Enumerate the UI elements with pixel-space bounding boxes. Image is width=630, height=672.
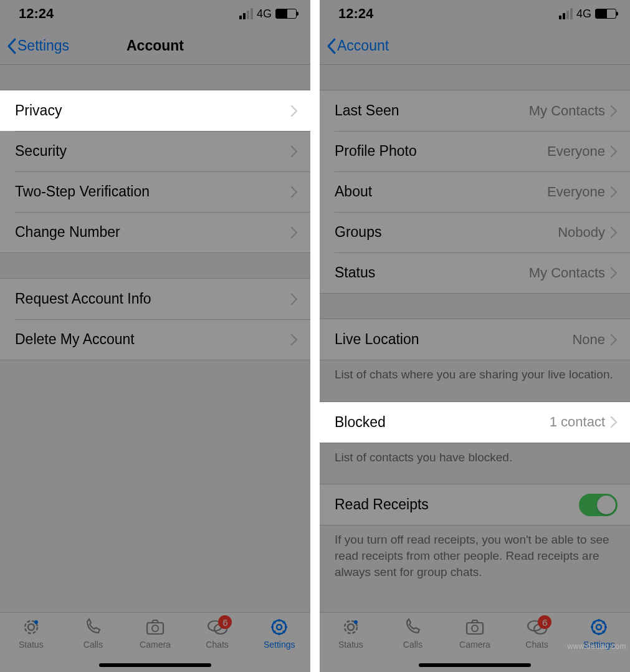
- page-title: Account: [126, 37, 184, 54]
- phone-privacy: 12:24 4G Account Last Seen My Contacts P…: [320, 0, 630, 672]
- row-security[interactable]: Security: [0, 131, 310, 171]
- row-label: Privacy: [15, 102, 290, 119]
- camera-icon: [464, 617, 486, 638]
- phone-account: 12:24 4G Settings Account Privacy Securi…: [0, 0, 310, 672]
- row-value: Everyone: [547, 184, 605, 200]
- chevron-left-icon: [6, 37, 17, 55]
- status-bar: 12:24 4G: [0, 0, 310, 27]
- svg-point-2: [34, 620, 38, 624]
- row-request-info[interactable]: Request Account Info: [0, 279, 310, 319]
- nav-header: Settings Account: [0, 27, 310, 65]
- tab-label: Status: [338, 640, 363, 650]
- row-blocked[interactable]: Blocked 1 contact: [320, 402, 630, 443]
- home-indicator[interactable]: [99, 663, 211, 667]
- settings-icon: [588, 617, 610, 638]
- chevron-right-icon: [290, 334, 298, 346]
- tab-status[interactable]: Status: [0, 617, 62, 672]
- svg-point-4: [152, 625, 158, 631]
- row-label: Request Account Info: [15, 290, 290, 307]
- row-label: Groups: [335, 224, 558, 241]
- tab-label: Calls: [84, 640, 103, 650]
- back-label: Account: [337, 37, 389, 54]
- svg-point-1: [28, 624, 34, 630]
- row-last-seen[interactable]: Last Seen My Contacts: [320, 90, 630, 131]
- row-profile-photo[interactable]: Profile Photo Everyone: [320, 131, 630, 171]
- chats-badge: 6: [218, 615, 232, 629]
- svg-point-19: [354, 620, 358, 624]
- row-two-step[interactable]: Two-Step Verification: [0, 171, 310, 212]
- chevron-right-icon: [610, 267, 618, 279]
- row-privacy[interactable]: Privacy: [0, 90, 310, 131]
- svg-rect-3: [147, 623, 163, 634]
- chevron-right-icon: [610, 334, 618, 346]
- row-label: Last Seen: [335, 102, 529, 119]
- signal-icon: [239, 8, 253, 19]
- svg-point-25: [596, 625, 601, 630]
- status-time: 12:24: [19, 6, 54, 22]
- chevron-right-icon: [610, 186, 618, 198]
- back-button[interactable]: Settings: [6, 37, 69, 55]
- row-label: Delete My Account: [15, 331, 290, 348]
- footer-read-receipts: If you turn off read receipts, you won't…: [320, 526, 630, 580]
- row-live-location[interactable]: Live Location None: [320, 319, 630, 360]
- network-label: 4G: [257, 7, 272, 21]
- settings-icon: [268, 617, 290, 638]
- calls-icon: [401, 617, 424, 638]
- tab-label: Camera: [140, 640, 171, 650]
- privacy-section-visibility: Last Seen My Contacts Profile Photo Ever…: [320, 90, 630, 294]
- row-label: Security: [15, 143, 290, 160]
- svg-rect-20: [467, 623, 483, 634]
- tab-label: Calls: [403, 640, 422, 650]
- row-value: Everyone: [547, 143, 605, 160]
- footer-blocked: List of contacts you have blocked.: [320, 443, 630, 466]
- chevron-right-icon: [290, 226, 298, 239]
- tab-status[interactable]: Status: [320, 617, 382, 672]
- row-value: None: [572, 332, 605, 348]
- chats-badge: 6: [538, 615, 551, 629]
- tab-label: Camera: [459, 640, 490, 650]
- chevron-right-icon: [610, 416, 618, 428]
- row-value: My Contacts: [529, 265, 605, 281]
- row-delete-account[interactable]: Delete My Account: [0, 319, 310, 360]
- privacy-section-location: Live Location None: [320, 319, 630, 360]
- status-bar: 12:24 4G: [320, 0, 630, 27]
- row-status[interactable]: Status My Contacts: [320, 252, 630, 293]
- chevron-right-icon: [290, 293, 298, 305]
- row-value: Nobody: [558, 224, 605, 241]
- camera-icon: [144, 617, 166, 638]
- row-label: About: [335, 183, 547, 200]
- network-label: 4G: [576, 7, 591, 21]
- row-change-number[interactable]: Change Number: [0, 212, 310, 252]
- calls-icon: [82, 617, 104, 638]
- chevron-right-icon: [610, 226, 618, 239]
- tab-label: Chats: [525, 640, 548, 650]
- back-label: Settings: [17, 37, 69, 54]
- row-label: Live Location: [335, 331, 572, 348]
- row-value: My Contacts: [529, 103, 605, 119]
- row-label: Blocked: [335, 414, 550, 431]
- svg-point-18: [348, 624, 354, 630]
- chevron-right-icon: [610, 105, 618, 117]
- row-about[interactable]: About Everyone: [320, 171, 630, 212]
- row-label: Two-Step Verification: [15, 183, 290, 200]
- row-groups[interactable]: Groups Nobody: [320, 212, 630, 252]
- battery-icon: [275, 9, 297, 19]
- tab-settings[interactable]: Settings: [248, 617, 310, 672]
- chevron-right-icon: [610, 145, 618, 158]
- read-receipts-toggle[interactable]: [579, 494, 618, 516]
- home-indicator[interactable]: [419, 663, 531, 667]
- status-icon: [20, 617, 42, 638]
- account-section-2: Request Account Info Delete My Account: [0, 278, 310, 360]
- footer-live-location: List of chats where you are sharing your…: [320, 360, 630, 383]
- watermark: www.deuao.com: [567, 642, 626, 651]
- status-time: 12:24: [338, 6, 373, 22]
- tab-label: Settings: [264, 640, 295, 650]
- chevron-right-icon: [290, 186, 298, 198]
- privacy-section-receipts: Read Receipts: [320, 484, 630, 526]
- row-read-receipts: Read Receipts: [320, 484, 630, 525]
- status-icon: [340, 617, 362, 638]
- row-label: Change Number: [15, 224, 290, 241]
- svg-point-8: [277, 625, 282, 630]
- signal-icon: [559, 8, 573, 19]
- back-button[interactable]: Account: [326, 37, 389, 55]
